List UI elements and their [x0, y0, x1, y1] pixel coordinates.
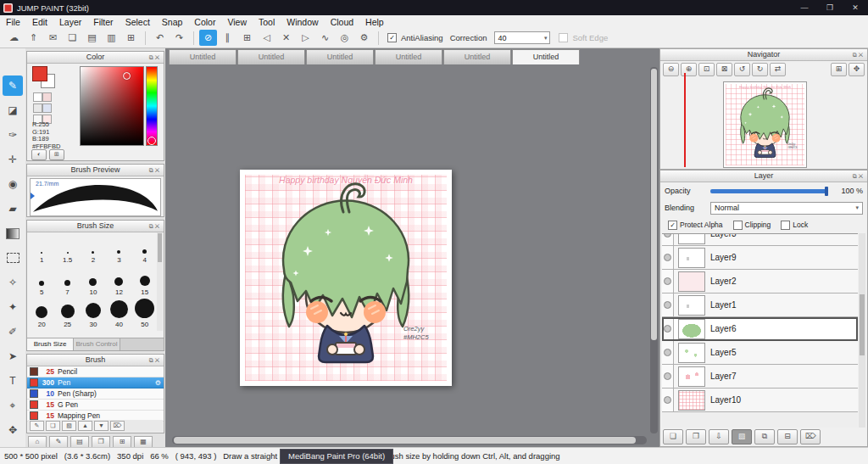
brush-panel-header[interactable]: Brush ⧉✕ [27, 355, 164, 366]
document-tab[interactable]: Untitled [169, 49, 236, 64]
display-icon[interactable]: ❏ [64, 30, 81, 46]
scrollbar-thumb[interactable] [651, 69, 657, 340]
palette-swatch[interactable] [42, 92, 52, 102]
brush-list-item[interactable]: 15 G Pen [27, 400, 164, 411]
table-icon[interactable]: ⊞ [122, 30, 140, 46]
rotate-right-button[interactable]: ↻ [752, 63, 768, 76]
brush-size-header[interactable]: Brush Size ⧉✕ [27, 221, 164, 232]
cloud-icon[interactable]: ☁ [5, 30, 23, 46]
layer-visibility-toggle[interactable] [662, 270, 674, 293]
brush-folder-button[interactable]: ▧ [62, 421, 76, 431]
brush-size-option[interactable]: 3 [106, 233, 131, 266]
blending-dropdown[interactable]: Normal ▾ [710, 202, 863, 215]
eraser-tool-button[interactable]: ◪ [3, 100, 23, 120]
popout-icon[interactable]: ⧉ [149, 54, 155, 60]
layer-row-selected[interactable]: Layer6 [662, 317, 858, 341]
tab-brush-control[interactable]: Brush Control [74, 338, 120, 350]
color-panel-header[interactable]: Color ⧉✕ [27, 52, 164, 64]
brush-size-option[interactable]: 7 [54, 266, 80, 298]
layer-panel-header[interactable]: Layer ⧉✕ [660, 171, 867, 182]
layer-visibility-toggle[interactable] [662, 293, 674, 316]
rotate-left-button[interactable]: ↺ [734, 63, 750, 76]
brush-size-option[interactable]: 1 [29, 233, 54, 266]
delete-brush-button[interactable]: ⌦ [110, 421, 125, 431]
layer-visibility-toggle[interactable] [662, 341, 674, 364]
add-brush-page-button[interactable]: ❏ [46, 421, 60, 431]
brush-tool-button[interactable]: ✎ [3, 75, 23, 96]
color-wheel-button[interactable]: ◐ [31, 149, 47, 160]
export-icon[interactable]: ⇑ [25, 30, 42, 46]
brush-list-item-selected[interactable]: 300 Pen ⚙ [27, 377, 164, 389]
snap-radial-button[interactable]: ◎ [336, 30, 353, 46]
transfer-layer-button[interactable]: ⇩ [709, 429, 729, 444]
document-tab[interactable]: Untitled [237, 49, 305, 64]
brush-down-button[interactable]: ▼ [94, 421, 108, 431]
navigator-header[interactable]: Navigator ⧉✕ [660, 49, 867, 61]
brush-settings-gear-icon[interactable]: ⚙ [155, 379, 161, 387]
brush-list-item[interactable]: 25 Pencil [27, 366, 164, 377]
document-tab[interactable]: Untitled [306, 49, 374, 64]
actual-size-button[interactable]: ⊠ [716, 63, 732, 76]
menu-edit[interactable]: Edit [26, 17, 53, 27]
pages-icon[interactable]: ▥ [103, 30, 120, 46]
menu-color[interactable]: Color [188, 17, 221, 27]
minimize-button[interactable]: — [792, 0, 817, 15]
brush-list-item[interactable]: 10 Pen (Sharp) [27, 389, 164, 400]
palette-swatch[interactable] [42, 103, 52, 113]
page-icon[interactable]: ▤ [83, 30, 101, 46]
clipping-checkbox[interactable] [733, 221, 743, 230]
duplicate-layer-button[interactable]: ❐ [686, 429, 706, 444]
close-icon[interactable]: ✕ [155, 357, 161, 363]
pages-panel-button[interactable]: ❐ [92, 436, 110, 448]
pan-button[interactable]: ✥ [849, 63, 865, 76]
brush-size-scrollbar[interactable] [157, 232, 163, 331]
layer-visibility-toggle[interactable] [662, 317, 674, 340]
snap-perspective2-button[interactable]: ▷ [297, 30, 314, 46]
scrollbar-thumb[interactable] [860, 294, 865, 355]
popout-icon[interactable]: ⧉ [149, 167, 155, 173]
saturation-value-picker[interactable] [80, 66, 144, 146]
layer-row[interactable]: Layer3 [662, 233, 858, 246]
close-icon[interactable]: ✕ [155, 223, 161, 229]
popout-icon[interactable]: ⧉ [853, 173, 859, 179]
layer-row[interactable]: Layer7 [662, 365, 858, 389]
undo-button[interactable]: ↶ [151, 30, 169, 46]
document-tab[interactable]: Untitled [375, 49, 442, 64]
menu-view[interactable]: View [221, 17, 253, 27]
snap-cross-button[interactable]: ✕ [277, 30, 295, 46]
popout-icon[interactable]: ⧉ [149, 357, 155, 363]
layer-visibility-toggle[interactable] [662, 246, 674, 269]
merge-down-button[interactable]: ⊟ [777, 429, 798, 444]
snap-grid-button[interactable]: ⊞ [238, 30, 256, 46]
home-button[interactable]: ⌂ [28, 436, 47, 448]
palette-swatch[interactable] [33, 92, 42, 102]
snap-settings-icon[interactable]: ⚙ [355, 30, 373, 46]
menu-select[interactable]: Select [120, 17, 156, 27]
pen-tool-button[interactable]: ✑ [3, 125, 23, 145]
soft-edge-checkbox[interactable] [559, 33, 568, 42]
brush-size-option[interactable]: 10 [81, 266, 106, 298]
add-brush-button[interactable]: ✎ [30, 421, 44, 431]
snap-perspective1-button[interactable]: ◁ [258, 30, 275, 46]
foreground-color-swatch[interactable] [32, 66, 47, 81]
layout-button[interactable]: ▦ [134, 436, 153, 448]
fit-view-button[interactable]: ⊡ [698, 63, 715, 76]
layer-row[interactable]: Layer10 [662, 389, 858, 412]
layer-row[interactable]: Layer9 [662, 246, 858, 270]
fill-tool-button[interactable]: ◉ [3, 174, 23, 194]
text-tool-button[interactable]: T [3, 371, 23, 391]
brush-preview-header[interactable]: Brush Preview ⧉✕ [27, 165, 164, 176]
operation-tool-button[interactable]: ➤ [3, 346, 23, 366]
brush-size-option[interactable]: 15 [132, 266, 158, 298]
brush-size-option[interactable]: 25 [54, 298, 80, 330]
move-tool-button[interactable]: ✛ [3, 149, 23, 170]
brush-size-option[interactable]: 4 [132, 233, 158, 266]
brush-size-option[interactable]: 50 [132, 298, 158, 330]
redo-button[interactable]: ↷ [170, 30, 188, 46]
canvas-horizontal-scrollbar[interactable] [172, 436, 647, 444]
spread-view-button[interactable]: ⊞ [831, 63, 847, 76]
maximize-button[interactable]: ❐ [817, 0, 843, 15]
lock-checkbox[interactable] [781, 221, 790, 230]
layer-row[interactable]: Layer5 [662, 341, 858, 365]
protect-alpha-checkbox[interactable]: ✓ [668, 221, 677, 230]
